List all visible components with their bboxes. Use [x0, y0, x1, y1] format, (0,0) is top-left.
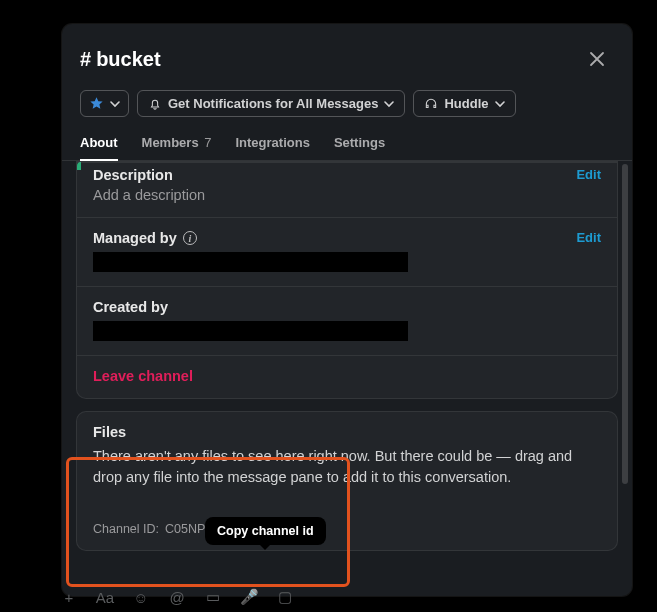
files-title: Files [93, 424, 601, 440]
channel-name: bucket [96, 48, 160, 71]
copy-channel-id-button[interactable] [257, 523, 270, 536]
created-by-value [93, 321, 408, 341]
leave-channel-link[interactable]: Leave channel [93, 368, 601, 384]
edit-managed-by-link[interactable]: Edit [576, 230, 601, 245]
managed-by-title: Managed by i [93, 230, 601, 246]
managed-by-section[interactable]: Edit Managed by i [77, 217, 617, 286]
tab-members-count: 7 [204, 135, 211, 150]
leave-channel-section[interactable]: Leave channel [77, 355, 617, 398]
svg-rect-1 [259, 525, 266, 532]
description-section[interactable]: Edit Description Add a description [77, 162, 617, 217]
star-button[interactable] [80, 90, 129, 117]
channel-title: # bucket [80, 48, 161, 71]
tabs: About Members 7 Integrations Settings [62, 127, 632, 161]
plus-icon[interactable]: + [60, 588, 78, 606]
files-card: Files There aren't any files to see here… [76, 411, 618, 551]
notifications-label: Get Notifications for All Messages [168, 96, 378, 111]
svg-rect-0 [262, 527, 269, 534]
composer-toolbar: + Aa ☺ @ ▭ 🎤 ▢ [60, 588, 294, 606]
shortcut-icon[interactable]: ▢ [276, 588, 294, 606]
channel-id-row: Channel ID: C05NP1X1VS8 [93, 522, 601, 536]
files-empty-text: There aren't any files to see here right… [93, 446, 601, 488]
info-icon[interactable]: i [183, 231, 197, 245]
scrollbar[interactable] [622, 164, 628, 484]
copy-icon [257, 523, 270, 536]
channel-details-modal: # bucket Get Notifications for All Messa… [62, 24, 632, 596]
close-icon [589, 51, 605, 67]
bell-icon [148, 97, 162, 111]
close-button[interactable] [580, 42, 614, 76]
about-card: Edit Description Add a description Edit … [76, 161, 618, 399]
headphones-icon [424, 97, 438, 111]
channel-id-value: C05NP1X1VS8 [165, 522, 251, 536]
created-by-title: Created by [93, 299, 601, 315]
star-icon [89, 96, 104, 111]
tab-members-label: Members [142, 135, 199, 150]
huddle-button[interactable]: Huddle [413, 90, 515, 117]
chevron-down-icon [110, 99, 120, 109]
managed-by-value [93, 252, 408, 272]
edit-description-link[interactable]: Edit [576, 167, 601, 182]
tab-settings[interactable]: Settings [334, 127, 385, 161]
notifications-button[interactable]: Get Notifications for All Messages [137, 90, 405, 117]
tab-integrations[interactable]: Integrations [235, 127, 309, 161]
description-title: Description [93, 167, 601, 183]
mention-icon[interactable]: @ [168, 588, 186, 606]
tab-members[interactable]: Members 7 [142, 127, 212, 161]
channel-id-label: Channel ID: [93, 522, 159, 536]
tab-about[interactable]: About [80, 127, 118, 161]
emoji-icon[interactable]: ☺ [132, 588, 150, 606]
created-by-section: Created by [77, 286, 617, 355]
video-icon[interactable]: ▭ [204, 588, 222, 606]
description-placeholder: Add a description [93, 187, 601, 203]
format-icon[interactable]: Aa [96, 588, 114, 606]
managed-by-label: Managed by [93, 230, 177, 246]
chevron-down-icon [495, 99, 505, 109]
header-actions: Get Notifications for All Messages Huddl… [80, 90, 614, 117]
modal-header: # bucket Get Notifications for All Messa… [62, 24, 632, 127]
modal-body: Edit Description Add a description Edit … [62, 161, 632, 596]
hash-icon: # [80, 48, 91, 71]
mic-icon[interactable]: 🎤 [240, 588, 258, 606]
huddle-label: Huddle [444, 96, 488, 111]
chevron-down-icon [384, 99, 394, 109]
